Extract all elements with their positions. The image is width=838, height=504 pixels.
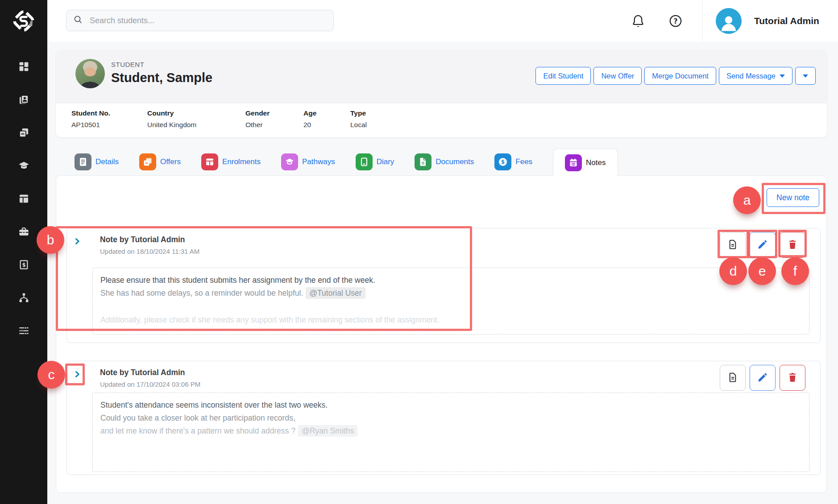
search-icon xyxy=(73,14,83,27)
user-avatar[interactable] xyxy=(716,8,742,34)
edit-student-button[interactable]: Edit Student xyxy=(535,67,591,85)
app-logo-icon[interactable] xyxy=(0,0,47,42)
note-body-line: Student's attendance seems inconsistent … xyxy=(100,399,801,412)
sidebar-item-agents[interactable] xyxy=(0,282,47,315)
chevron-down-icon xyxy=(803,74,808,78)
notes-panel: New note Note by Tutorial Admin Updated … xyxy=(56,175,827,493)
trash-icon xyxy=(787,239,798,252)
enrolments-tab-icon xyxy=(201,153,218,170)
search-box xyxy=(66,10,334,31)
tab-notes[interactable]: Notes xyxy=(553,149,618,176)
help-icon[interactable]: ? xyxy=(668,13,683,29)
view-note-button[interactable] xyxy=(720,365,746,391)
search-input[interactable] xyxy=(89,16,327,26)
document-icon xyxy=(727,239,738,252)
note-body-line: She has had some delays, so a reminder w… xyxy=(100,287,801,300)
user-name: Tutorial Admin xyxy=(754,0,819,42)
note-body-line: and let me know if there's a pattern we … xyxy=(100,425,801,438)
sidebar-item-classes[interactable] xyxy=(0,183,47,216)
new-offer-button[interactable]: New Offer xyxy=(593,67,642,85)
view-note-button[interactable] xyxy=(720,232,746,258)
tune-sliders-icon xyxy=(18,325,30,339)
note-title: Note by Tutorial Admin xyxy=(100,235,185,244)
merge-document-button[interactable]: Merge Document xyxy=(644,67,716,85)
graduation-cap-icon xyxy=(18,160,30,174)
note-updated: Updated on 17/10/2024 03:06 PM xyxy=(100,380,200,388)
delete-note-button[interactable] xyxy=(780,365,805,391)
notes-tab-icon xyxy=(565,154,582,171)
pathways-tab-icon xyxy=(281,153,298,170)
dollar-box-icon: $ xyxy=(18,259,30,273)
sidebar: $ xyxy=(0,0,47,504)
field-gender: Gender Other xyxy=(245,109,303,137)
students-icon xyxy=(18,94,30,107)
student-tabs: Details Offers Enrolments Pathways xyxy=(56,149,827,175)
field-student-no: Student No. AP10501 xyxy=(71,109,147,137)
tab-diary[interactable]: Diary xyxy=(356,149,394,175)
tab-documents[interactable]: Documents xyxy=(415,149,474,175)
diary-tab-icon xyxy=(356,153,373,170)
topbar: ? Tutorial Admin xyxy=(47,0,838,42)
document-icon xyxy=(727,372,738,384)
mention-chip: @Ryan Smiths xyxy=(298,425,357,437)
fees-tab-icon: $ xyxy=(494,153,511,170)
sidebar-nav: $ xyxy=(0,42,47,348)
offers-icon xyxy=(18,127,30,140)
student-header-card: STUDENT Student, Sample Edit Student New… xyxy=(56,50,827,137)
documents-tab-icon xyxy=(415,153,431,170)
dashboard-icon xyxy=(18,61,30,74)
pencil-icon xyxy=(757,372,768,384)
note-actions xyxy=(720,232,805,258)
tab-pathways[interactable]: Pathways xyxy=(281,149,335,175)
sidebar-item-workplace[interactable] xyxy=(0,216,47,249)
sidebar-item-finance[interactable]: $ xyxy=(0,249,47,282)
student-header-top: STUDENT Student, Sample Edit Student New… xyxy=(56,50,827,103)
student-actions: Edit Student New Offer Merge Document Se… xyxy=(535,67,816,85)
briefcase-icon xyxy=(18,226,30,240)
sidebar-item-settings[interactable] xyxy=(0,315,47,348)
expand-chevron-icon[interactable] xyxy=(73,370,82,379)
more-actions-dropdown-button[interactable] xyxy=(795,67,816,85)
sidebar-item-courses[interactable] xyxy=(0,150,47,183)
student-name: Student, Sample xyxy=(111,70,212,85)
svg-text:$: $ xyxy=(22,262,25,268)
notifications-bell-icon[interactable] xyxy=(631,13,646,29)
svg-text:$: $ xyxy=(501,159,505,165)
sidebar-item-students[interactable] xyxy=(0,84,47,117)
edit-note-button[interactable] xyxy=(750,365,776,391)
note-actions xyxy=(720,365,805,391)
tab-fees[interactable]: $ Fees xyxy=(494,149,532,175)
tab-details[interactable]: Details xyxy=(75,149,119,175)
sidebar-item-dashboard[interactable] xyxy=(0,51,47,84)
student-eyebrow: STUDENT xyxy=(111,61,144,68)
sidebar-item-offers[interactable] xyxy=(0,117,47,150)
student-photo xyxy=(75,59,105,88)
send-message-button[interactable]: Send Message xyxy=(719,67,792,85)
field-country: Country United Kingdom xyxy=(147,109,245,137)
note-body-line: Could you take a closer look at her part… xyxy=(100,412,801,425)
app-root: $ xyxy=(0,0,838,504)
note-body-line-faded: Additionally, please check if she needs … xyxy=(100,314,801,326)
details-tab-icon xyxy=(75,153,91,170)
field-age: Age 20 xyxy=(303,109,350,137)
mention-chip: @Tutorial User xyxy=(306,287,365,299)
main-content: STUDENT Student, Sample Edit Student New… xyxy=(47,42,838,504)
note-item-2: Note by Tutorial Admin Updated on 17/10/… xyxy=(66,361,821,475)
note-body-line: Please ensure that this student submits … xyxy=(100,274,801,287)
expand-chevron-icon[interactable] xyxy=(73,237,82,246)
delete-note-button[interactable] xyxy=(780,232,805,258)
note-body: Please ensure that this student submits … xyxy=(92,268,809,335)
pencil-icon xyxy=(757,239,768,252)
edit-note-button[interactable] xyxy=(750,232,776,258)
offers-tab-icon xyxy=(139,153,156,170)
network-icon xyxy=(18,292,30,306)
student-info-row: Student No. AP10501 Country United Kingd… xyxy=(56,103,827,137)
trash-icon xyxy=(787,372,798,384)
chevron-down-icon xyxy=(780,74,785,78)
tab-enrolments[interactable]: Enrolments xyxy=(201,149,261,175)
note-item-1: Note by Tutorial Admin Updated on 18/10/… xyxy=(66,228,821,343)
field-type: Type Local xyxy=(350,109,367,137)
new-note-button[interactable]: New note xyxy=(767,188,819,207)
note-title: Note by Tutorial Admin xyxy=(100,368,185,377)
tab-offers[interactable]: Offers xyxy=(139,149,181,175)
